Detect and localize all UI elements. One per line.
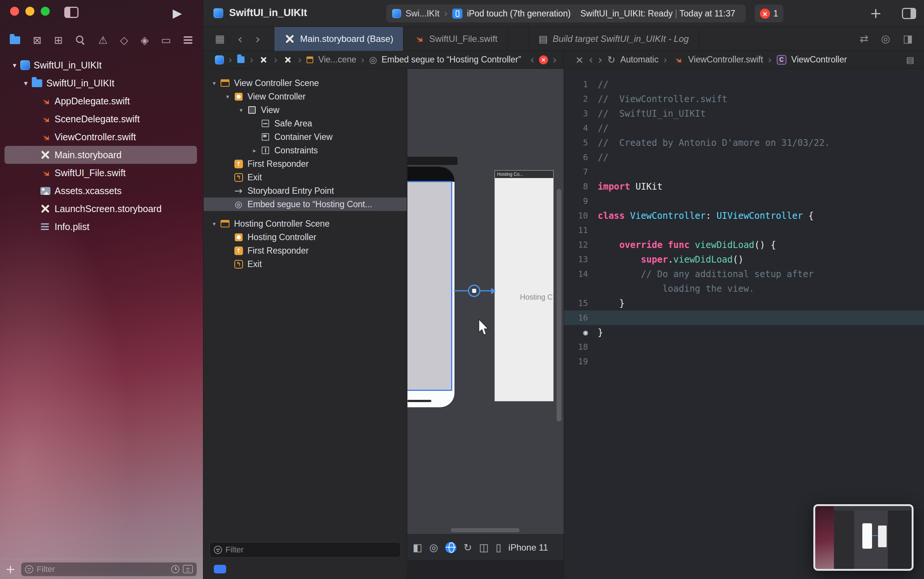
view-controller-preview[interactable]: [407, 167, 455, 407]
tab-swiftui-file[interactable]: SwiftUI_File.swift: [403, 27, 508, 51]
storyboard-base-icon[interactable]: [282, 54, 293, 65]
issue-navigator-icon[interactable]: ⚠: [98, 34, 108, 46]
view-controller-view[interactable]: [407, 181, 452, 391]
sidebar-file-swiftui-in-uikit[interactable]: ▾SwiftUI_in_UIKIt: [5, 56, 197, 74]
outline-container-view[interactable]: Container View: [204, 130, 407, 144]
outline-exit[interactable]: ↰Exit: [204, 170, 407, 184]
scene-title-bar[interactable]: [407, 157, 458, 165]
embed-segue-badge[interactable]: [468, 285, 480, 297]
code-review-icon[interactable]: ◎: [881, 33, 890, 45]
minimize-window-button[interactable]: [25, 7, 34, 16]
outline-first-responder[interactable]: ↑First Responder: [204, 157, 407, 170]
code-line-8[interactable]: 8import UIKit: [564, 179, 924, 194]
code-line-2[interactable]: 2// ViewController.swift: [564, 92, 924, 106]
tab-main-storyboard[interactable]: Main.storyboard (Base): [274, 27, 403, 51]
adapt-preview-icon[interactable]: ◫: [479, 541, 489, 553]
code-line-4[interactable]: 4//: [564, 121, 924, 136]
code-line-marker[interactable]: ◉}: [564, 325, 924, 340]
orientation-icon[interactable]: ↻: [463, 541, 472, 553]
find-navigator-icon[interactable]: [75, 35, 86, 45]
scheme-label[interactable]: Swi...IKIt: [406, 8, 440, 19]
project-icon[interactable]: [215, 56, 224, 64]
outline-toggle-chip[interactable]: [214, 565, 226, 573]
code-line-1[interactable]: 1//: [564, 77, 924, 92]
disclosure-icon[interactable]: ▾: [209, 220, 219, 227]
counterparts-icon[interactable]: ↻: [608, 54, 616, 65]
code-line-15[interactable]: 15 }: [564, 296, 924, 311]
segue-crumb[interactable]: Embed segue to “Hosting Controller”: [381, 55, 521, 65]
window-proxy-icon[interactable]: [213, 8, 223, 18]
run-destination-icon[interactable]: [452, 8, 462, 19]
project-navigator-icon[interactable]: [10, 36, 20, 44]
toolbar-plus-button[interactable]: +: [870, 5, 882, 21]
debug-navigator-icon[interactable]: ◈: [140, 34, 149, 46]
canvas-device-label[interactable]: iPhone 11: [508, 542, 548, 553]
sidebar-filter-field[interactable]: ±: [21, 562, 197, 576]
close-window-button[interactable]: [10, 7, 19, 16]
hosting-title-bar[interactable]: Hosting Co...: [495, 170, 553, 178]
code-line-13[interactable]: 13 super.viewDidLoad(): [564, 252, 924, 267]
sidebar-toggle-icon[interactable]: [64, 7, 78, 18]
code-line-3[interactable]: 3// SwiftUI_in_UIKIt: [564, 106, 924, 121]
previous-issue-icon[interactable]: ‹: [530, 53, 535, 66]
code-line-12[interactable]: 12 override func viewDidLoad() {: [564, 237, 924, 252]
device-icon[interactable]: ▯: [495, 541, 501, 553]
filter-scope-icon[interactable]: ±: [183, 565, 193, 573]
horizontal-scrollbar[interactable]: [451, 528, 520, 532]
scene-crumb[interactable]: Vie...cene: [318, 55, 356, 65]
code-line-14[interactable]: 14 // Do any additional setup after: [564, 267, 924, 281]
code-line-wrap-14[interactable]: loading the view.: [564, 281, 924, 296]
report-navigator-icon[interactable]: [184, 36, 193, 44]
forward-button[interactable]: ›: [598, 53, 603, 66]
sidebar-file-info-plist[interactable]: Info.plist: [5, 218, 197, 236]
sidebar-file-assets-xcassets[interactable]: Assets.xcassets: [5, 182, 197, 200]
recent-files-icon[interactable]: [171, 565, 179, 573]
symbol-navigator-icon[interactable]: ⊞: [54, 34, 62, 46]
forward-button[interactable]: ›: [255, 31, 261, 46]
editor-mode-crumb[interactable]: Automatic: [620, 55, 658, 65]
language-globe-icon[interactable]: [445, 542, 456, 553]
sidebar-file-appdelegate-swift[interactable]: AppDelegate.swift: [5, 92, 197, 110]
outline-safe-area[interactable]: Safe Area: [204, 117, 407, 130]
line-marker-icon[interactable]: ◉: [564, 328, 598, 337]
sidebar-file-launchscreen-storyboard[interactable]: LaunchScreen.storyboard: [5, 200, 197, 218]
show-frames-icon[interactable]: ◧: [413, 541, 422, 553]
swap-editors-icon[interactable]: ⇄: [860, 33, 868, 45]
accessibility-icon[interactable]: ◎: [430, 541, 438, 553]
editor-options-icon[interactable]: ◨: [903, 33, 913, 45]
editor-layout-icon[interactable]: [902, 8, 916, 19]
source-editor[interactable]: 1//2// ViewController.swift3// SwiftUI_i…: [564, 69, 924, 579]
outline-storyboard-entry-point[interactable]: →Storyboard Entry Point: [204, 184, 407, 198]
sidebar-file-main-storyboard[interactable]: Main.storyboard: [5, 146, 197, 164]
back-button[interactable]: ‹: [237, 31, 243, 46]
disclosure-icon[interactable]: ▾: [222, 93, 233, 100]
error-count-badge[interactable]: × 1: [755, 5, 784, 23]
sidebar-file-viewcontroller-swift[interactable]: ViewController.swift: [5, 128, 197, 146]
disclosure-icon[interactable]: ▾: [9, 61, 20, 69]
sidebar-filter-input[interactable]: [37, 564, 168, 574]
editor-symbol-crumb[interactable]: ViewController: [791, 55, 847, 65]
sidebar-file-swiftui-in-uikit[interactable]: ▾SwiftUI_in_UIKIt: [5, 74, 197, 92]
outline-filter-input[interactable]: [225, 545, 397, 555]
next-issue-icon[interactable]: ›: [552, 53, 557, 66]
source-control-navigator-icon[interactable]: ⊠: [33, 34, 41, 46]
code-line-6[interactable]: 6//: [564, 150, 924, 165]
code-line-11[interactable]: 11: [564, 223, 924, 237]
code-line-19[interactable]: 19: [564, 354, 924, 369]
related-items-icon[interactable]: ▦: [215, 33, 225, 45]
code-line-10[interactable]: 10class ViewController: UIViewController…: [564, 208, 924, 223]
outline-first-responder[interactable]: ↑First Responder: [204, 244, 407, 257]
disclosure-icon[interactable]: ▾: [20, 79, 31, 87]
outline-view[interactable]: ▾View: [204, 103, 407, 117]
scheme-app-icon[interactable]: [392, 9, 401, 18]
zoom-window-button[interactable]: [41, 7, 50, 16]
close-editor-icon[interactable]: ×: [575, 54, 584, 65]
code-line-16[interactable]: 16: [564, 311, 924, 325]
storyboard-file-icon[interactable]: [258, 54, 269, 65]
outline-hosting-controller-scene[interactable]: ▾Hosting Controller Scene: [204, 217, 407, 231]
sidebar-file-scenedelegate-swift[interactable]: SceneDelegate.swift: [5, 110, 197, 128]
code-line-18[interactable]: 18: [564, 340, 924, 354]
breakpoint-navigator-icon[interactable]: ▭: [161, 34, 171, 46]
disclosure-icon[interactable]: ▾: [209, 80, 219, 87]
outline-view-controller-scene[interactable]: ▾View Controller Scene: [204, 76, 407, 90]
